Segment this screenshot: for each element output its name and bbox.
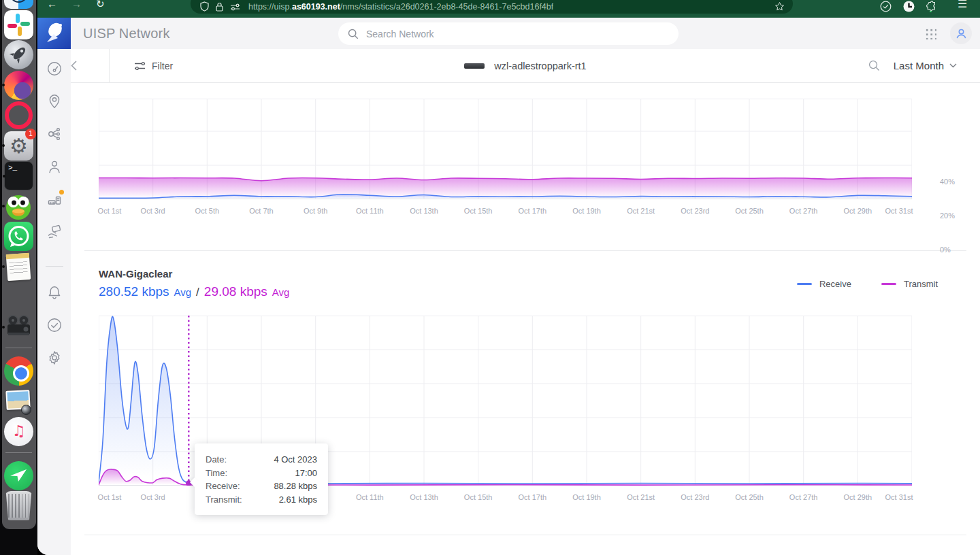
legend-label: Transmit [904,279,938,289]
network-search[interactable] [338,22,679,45]
sidebar-item-clients[interactable] [46,158,63,175]
x-tick-label: Oct 15th [464,207,493,215]
dock-chrome-icon[interactable] [4,356,33,386]
extension-shield-check-icon[interactable] [880,1,892,12]
sidebar-item-maintenance[interactable] [46,224,63,240]
reload-icon[interactable]: ↻ [96,0,105,10]
x-tick-label: Oct 23rd [681,493,709,501]
dock-slack-icon[interactable] [4,10,33,39]
dock-uisp-app-icon[interactable] [4,282,33,312]
filter-sliders-icon [134,61,146,71]
sidebar-item-tasks[interactable] [46,317,63,333]
legend-transmit[interactable]: Transmit [881,279,938,289]
chart-tooltip: Date:4 Oct 2023Time:17:00Receive:88.28 k… [195,443,328,515]
browser-toolbar: ← → ↻ https://uisp.as60193.net/nms/stati… [37,0,980,18]
dock-projector-icon[interactable] [4,313,33,342]
search-input[interactable] [365,28,669,40]
dock-finder-icon[interactable] [4,0,33,9]
menu-hamburger-icon[interactable]: ☰ [958,0,967,10]
time-range-label: Last Month [894,60,944,71]
x-tick-label: Oct 21st [627,207,655,215]
dock-photos-icon[interactable] [4,387,33,416]
receive-average-value: 280.52 kbps [99,284,169,299]
y-tick-label: 0% [940,246,951,254]
running-indicator [2,205,5,207]
filter-button[interactable]: Filter [134,61,173,71]
x-tick-label: Oct 31st [885,207,913,215]
sidebar-item-devices[interactable] [46,191,63,207]
url-text[interactable]: https://uisp.as60193.net/nms/statistics/… [248,2,553,12]
dock-divider [5,452,32,453]
uisp-logo[interactable] [37,18,71,49]
toolbar-divider [109,49,110,83]
running-indicator [2,326,5,329]
dock-divider [5,348,32,348]
user-avatar[interactable] [950,22,972,44]
address-bar[interactable]: https://uisp.as60193.net/nms/statistics/… [191,0,793,14]
throughput-plot[interactable]: Date:4 Oct 2023Time:17:00Receive:88.28 k… [99,316,912,486]
browser-window: ← → ↻ https://uisp.as60193.net/nms/stati… [37,0,980,555]
running-indicator [2,144,5,147]
x-tick-label: Oct 17th [519,207,547,215]
notification-badge: 1 [25,129,36,139]
tooltip-label: Receive: [206,480,240,493]
back-chevron-button[interactable] [71,61,109,71]
shield-icon[interactable] [200,1,209,12]
dock-send-icon[interactable] [4,461,33,490]
dock-launcher-icon[interactable] [4,40,33,69]
tooltip-row: Transmit:2.61 kbps [206,493,317,507]
topology-icon [46,126,63,142]
time-range-dropdown[interactable]: Last Month [894,60,957,71]
sidebar-item-settings[interactable] [46,350,63,366]
sidebar-item-dashboard[interactable] [46,61,63,77]
dock-music-icon[interactable]: ♫ [4,417,33,446]
chart-search-icon[interactable] [868,60,880,71]
legend-receive[interactable]: Receive [797,279,851,289]
x-tick-label: Oct 13th [410,207,438,215]
dock-duck-icon[interactable] [4,192,33,221]
notifications-icon [46,284,63,301]
x-tick-label: Oct 25th [735,207,764,215]
dock-trash-icon[interactable] [4,491,33,520]
legend-label: Receive [819,279,851,289]
back-icon[interactable]: ← [47,0,57,10]
statistics-toolbar: Filter wzl-adlestroppark-rt1 Last Month [71,49,980,83]
utilization-x-axis: Oct 1stOct 3rdOct 5thOct 7thOct 9thOct 1… [99,199,912,218]
transmit-average-label: Avg [272,286,290,298]
person-icon [955,27,968,40]
y-tick-label: 40% [940,178,955,186]
legend-swatch [881,283,896,285]
sidebar-item-sites[interactable] [46,93,63,110]
x-tick-label: Oct 13th [410,493,438,501]
tooltip-label: Time: [206,467,227,480]
interface-title: WAN-Gigaclear [99,268,980,280]
lock-icon[interactable] [216,2,223,12]
x-tick-label: Oct 1st [98,493,122,501]
running-indicator [2,265,5,268]
forward-icon[interactable]: → [71,0,82,10]
extension-puzzle-icon[interactable] [925,1,936,12]
dock-settings-icon[interactable]: ⚙1 [4,131,33,161]
dock-firefox-icon[interactable] [4,71,33,100]
extension-clock-icon[interactable] [903,1,915,12]
sidebar-item-topology[interactable] [46,126,63,142]
dock-terminal-icon[interactable]: >_ [4,161,33,190]
utilization-plot[interactable] [99,99,912,199]
tooltip-label: Transmit: [206,493,242,507]
x-tick-label: Oct 27th [789,493,818,501]
x-tick-label: Oct 29th [844,207,872,215]
permissions-icon[interactable] [230,3,240,12]
dock-whatsapp-icon[interactable] [4,222,33,251]
bookmark-star-icon[interactable] [774,1,785,12]
x-tick-label: Oct 23rd [681,207,709,215]
devices-alert-dot [59,190,64,195]
x-tick-label: Oct 3rd [141,207,165,215]
tooltip-value: 2.61 kbps [279,493,317,507]
x-tick-label: Oct 19th [572,207,601,215]
dock-notes-icon[interactable] [4,252,33,282]
apps-grid-icon[interactable] [925,28,936,39]
dock-opera-icon[interactable] [5,101,33,129]
sidebar-item-notifications[interactable] [46,284,63,301]
main-content: Filter wzl-adlestroppark-rt1 Last Month [71,49,980,555]
tooltip-value: 17:00 [295,467,317,480]
